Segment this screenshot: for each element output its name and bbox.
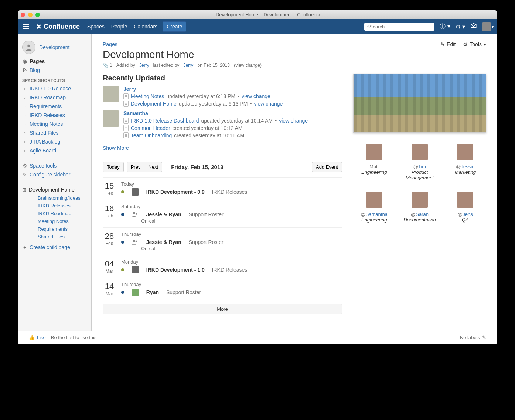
update-user-link[interactable]: Jerry [123,86,136,92]
view-change-link[interactable]: view change [242,93,270,99]
thumbs-up-icon[interactable]: 👍 [29,335,35,340]
team-mention[interactable]: Tim [418,164,426,169]
update-page-link[interactable]: Development Home [131,101,177,107]
settings-icon[interactable]: ⚙ ▾ [456,23,465,30]
space-name-link[interactable]: Development [39,44,70,50]
svg-point-2 [27,45,30,47]
editor-link[interactable]: Jerry [184,63,194,68]
breadcrumb-pages[interactable]: Pages [103,41,117,47]
calendar-more-button[interactable]: More [103,304,342,314]
menu-icon[interactable] [21,22,30,31]
view-change-link[interactable]: (view change) [234,63,262,68]
tree-root[interactable]: ⊞Development Home [18,185,91,194]
user-menu[interactable]: ▾ [482,22,494,31]
update-page-link[interactable]: Team Onboarding [131,132,172,138]
minimize-window-button[interactable] [28,13,33,17]
team-avatar[interactable] [457,192,473,208]
team-mention[interactable]: Sarah [416,211,429,217]
notifications-icon[interactable] [470,23,477,31]
user-avatar[interactable] [103,86,119,102]
team-card: @SarahDocumentation [399,192,440,223]
tree-item[interactable]: IRKD Roadmap [27,210,91,217]
update-user-link[interactable]: Samantha [123,110,148,116]
team-mention[interactable]: Jessie [461,164,475,169]
svg-point-6 [133,240,135,242]
sidebar: Development ◉Pages Blog SPACE SHORTCUTS … [18,34,92,331]
user-avatar[interactable] [103,110,119,127]
team-mention[interactable]: Jens [463,211,473,217]
nav-calendars[interactable]: Calendars [134,24,157,30]
sidebar-shortcut[interactable]: ▫Requirements [18,102,91,111]
team-avatar[interactable] [412,192,428,208]
svg-point-5 [136,213,137,215]
team-photo [353,74,486,133]
configure-sidebar[interactable]: ✎Configure sidebar [18,170,91,179]
edit-labels-icon[interactable]: ✎ [482,335,486,340]
add-event-button[interactable]: Add Event [312,162,342,172]
sidebar-shortcut[interactable]: ▫JIRA Backlog [18,137,91,146]
tree-item[interactable]: Requirements [27,225,91,233]
sidebar-shortcut[interactable]: ▫Meeting Notes [18,120,91,128]
team-card: @SamanthaEngineering [353,192,395,223]
sidebar-shortcut[interactable]: ▫IRKD 1.0 Release [18,84,91,93]
nav-people[interactable]: People [111,24,127,30]
calendar-row[interactable]: 14MarThursday Ryan Support Roster [103,278,342,300]
tree-item[interactable]: Shared Files [27,233,91,241]
team-avatar[interactable] [412,144,428,160]
space-logo[interactable] [22,41,35,54]
page-icon: ≡ [123,132,129,138]
nav-spaces[interactable]: Spaces [87,24,105,30]
view-change-link[interactable]: view change [254,101,283,107]
calendar-row[interactable]: 04MarMonday IRKD Development - 1.0 IRKD … [103,255,342,278]
page-meta: 📎1 Added by Jerry, last edited by Jerry … [103,63,486,68]
calendar-row[interactable]: 15FebToday IRKD Development - 0.9 IRKD R… [103,177,342,200]
attachment-icon[interactable]: 📎 [103,63,108,68]
create-child-page[interactable]: +Create child page [18,243,91,252]
today-button[interactable]: Today [103,162,124,172]
sidebar-shortcut[interactable]: ▫IRKD Roadmap [18,93,91,102]
edit-button[interactable]: ✎ Edit [440,41,456,47]
window-titlebar: Development Home – Development – Conflue… [18,10,497,19]
show-more-link[interactable]: Show More [103,145,129,151]
svg-point-3 [23,71,24,72]
team-mention[interactable]: Matt [369,164,379,169]
team-card: @JensQA [444,192,486,223]
author-link[interactable]: Jerry [139,63,149,68]
team-avatar[interactable] [366,144,382,160]
window-title: Development Home – Development – Conflue… [43,12,494,17]
space-tools[interactable]: ⚙Space tools [18,161,91,170]
next-button[interactable]: Next [144,162,162,172]
close-window-button[interactable] [21,13,25,17]
help-icon[interactable]: ⓘ ▾ [440,23,450,31]
update-page-link[interactable]: IRKD 1.0 Release Dashboard [131,118,199,124]
team-avatar[interactable] [366,192,382,208]
like-link[interactable]: Like [37,335,46,340]
zoom-window-button[interactable] [35,13,40,17]
team-avatar[interactable] [457,144,473,160]
view-change-link[interactable]: view change [279,118,308,124]
tree-item[interactable]: Brainstorming/Ideas [27,194,91,202]
sidebar-shortcut[interactable]: ▫IRKD Releases [18,111,91,120]
confluence-logo[interactable]: Confluence [35,23,80,31]
prev-button[interactable]: Prev [127,162,145,172]
calendar-date: Friday, Feb 15, 2013 [171,164,223,170]
team-card: @JessieMarketing [444,144,486,180]
sidebar-shortcut[interactable]: ▫Shared Files [18,128,91,137]
page-icon: ≡ [123,101,129,107]
team-card: @TimProduct Management [399,144,440,180]
brand-label: Confluence [44,23,80,31]
team-mention[interactable]: Samantha [366,211,388,217]
calendar-row[interactable]: 28FebThursday Jessie & Ryan Support Rost… [103,227,342,255]
sidebar-pages[interactable]: ◉Pages [18,57,91,66]
update-page-link[interactable]: Meeting Notes [131,93,164,99]
calendar-row[interactable]: 16FebSaturday Jessie & Ryan Support Rost… [103,200,342,227]
tree-item[interactable]: Meeting Notes [27,217,91,225]
sidebar-shortcut[interactable]: ▫Agile Board [18,146,91,155]
sidebar-blog[interactable]: Blog [18,66,91,75]
tools-menu[interactable]: ⚙ Tools ▾ [463,41,486,47]
update-page-link[interactable]: Common Header [131,125,170,131]
search-box[interactable] [364,23,434,31]
search-input[interactable] [369,24,432,30]
create-button[interactable]: Create [163,21,186,32]
tree-item[interactable]: IRKD Releases [27,202,91,210]
